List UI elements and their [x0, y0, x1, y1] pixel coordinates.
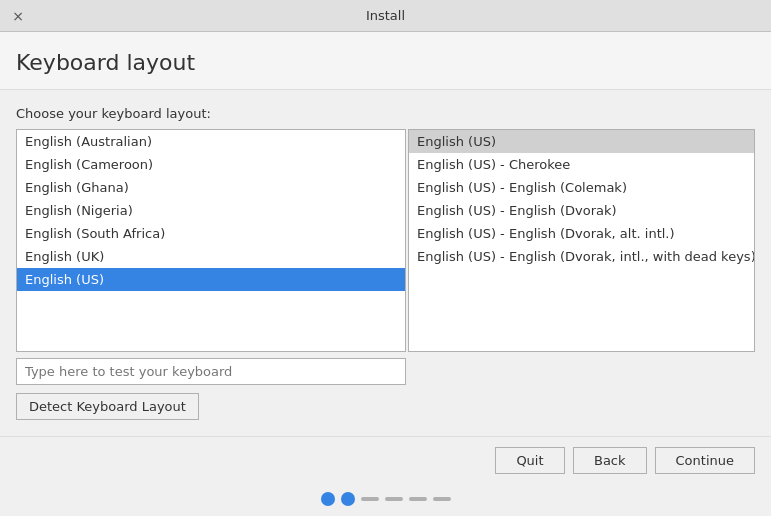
keyboard-layout-list[interactable]: English (Australian) English (Cameroon) …: [16, 129, 406, 352]
list-item-header[interactable]: English (US): [409, 130, 754, 153]
progress-dash-3: [409, 497, 427, 501]
detect-button-container: Detect Keyboard Layout: [16, 385, 755, 420]
detect-keyboard-button[interactable]: Detect Keyboard Layout: [16, 393, 199, 420]
content-area: Choose your keyboard layout: English (Au…: [0, 90, 771, 436]
test-input-container: [16, 358, 755, 385]
list-item[interactable]: English (US) - English (Dvorak, alt. int…: [409, 222, 754, 245]
progress-indicator: [0, 484, 771, 516]
quit-button[interactable]: Quit: [495, 447, 565, 474]
title-bar: × Install: [0, 0, 771, 32]
page-title: Keyboard layout: [16, 50, 755, 75]
list-item[interactable]: English (Nigeria): [17, 199, 405, 222]
list-item[interactable]: English (UK): [17, 245, 405, 268]
progress-dash-4: [433, 497, 451, 501]
list-item[interactable]: English (Ghana): [17, 176, 405, 199]
choose-label: Choose your keyboard layout:: [16, 106, 755, 121]
progress-dot-1: [321, 492, 335, 506]
progress-dash-1: [361, 497, 379, 501]
progress-dot-2: [341, 492, 355, 506]
list-item[interactable]: English (Cameroon): [17, 153, 405, 176]
progress-dash-2: [385, 497, 403, 501]
bottom-bar: Quit Back Continue: [0, 436, 771, 484]
keyboard-test-input[interactable]: [16, 358, 406, 385]
page-header: Keyboard layout: [0, 32, 771, 90]
list-item[interactable]: English (US) - English (Dvorak): [409, 199, 754, 222]
list-item-selected[interactable]: English (US): [17, 268, 405, 291]
close-button[interactable]: ×: [8, 6, 28, 26]
lists-container: English (Australian) English (Cameroon) …: [16, 129, 755, 352]
list-item[interactable]: English (US) - English (Dvorak, intl., w…: [409, 245, 754, 268]
list-item[interactable]: English (US) - English (Colemak): [409, 176, 754, 199]
back-button[interactable]: Back: [573, 447, 647, 474]
window-title: Install: [366, 8, 405, 23]
list-item[interactable]: English (Australian): [17, 130, 405, 153]
continue-button[interactable]: Continue: [655, 447, 755, 474]
list-item[interactable]: English (US) - Cherokee: [409, 153, 754, 176]
keyboard-variant-list[interactable]: English (US) English (US) - Cherokee Eng…: [408, 129, 755, 352]
list-item[interactable]: English (South Africa): [17, 222, 405, 245]
